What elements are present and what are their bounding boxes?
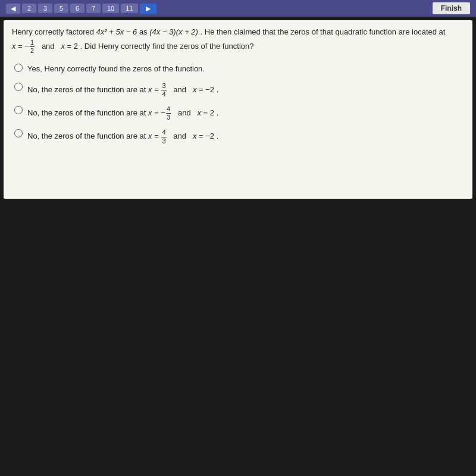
question-ending: . Did Henry correctly find the zeros of … bbox=[80, 42, 254, 51]
dark-bottom-area bbox=[0, 202, 476, 476]
option-a[interactable]: Yes, Henry correctly found the zeros of … bbox=[14, 63, 464, 75]
nav-btn-7[interactable]: 7 bbox=[86, 4, 101, 13]
radio-option-d[interactable] bbox=[14, 129, 23, 137]
options-list: Yes, Henry correctly found the zeros of … bbox=[12, 63, 464, 145]
question-area: Henry correctly factored 4x² + 5x − 6 as… bbox=[4, 20, 472, 199]
top-navigation-bar: ◀ 2 3 5 6 7 10 11 ▶ Finish bbox=[0, 0, 476, 17]
option-d[interactable]: No, the zeros of the function are at x =… bbox=[14, 129, 464, 145]
option-b[interactable]: No, the zeros of the function are at x =… bbox=[14, 82, 464, 98]
option-d-text: No, the zeros of the function are at x =… bbox=[27, 129, 218, 145]
nav-btn-10[interactable]: 10 bbox=[102, 4, 119, 13]
question-text: Henry correctly factored 4x² + 5x − 6 as… bbox=[12, 26, 464, 55]
question-as: as bbox=[139, 27, 149, 36]
question-intro: Henry correctly factored bbox=[12, 27, 96, 36]
question-factored: (4x − 3)(x + 2) bbox=[149, 27, 198, 36]
question-expression: 4x² + 5x − 6 bbox=[96, 27, 137, 36]
nav-forward-button[interactable]: ▶ bbox=[140, 4, 156, 14]
nav-btn-6[interactable]: 6 bbox=[70, 4, 84, 13]
question-continuation: . He then claimed that the zeros of that… bbox=[201, 27, 446, 36]
radio-option-b[interactable] bbox=[14, 83, 23, 91]
option-a-text: Yes, Henry correctly found the zeros of … bbox=[27, 63, 205, 75]
option-b-text: No, the zeros of the function are at x =… bbox=[27, 82, 218, 98]
option-c[interactable]: No, the zeros of the function are at x =… bbox=[14, 105, 464, 121]
radio-option-c[interactable] bbox=[14, 106, 23, 114]
radio-option-a[interactable] bbox=[14, 64, 23, 72]
nav-btn-3[interactable]: 3 bbox=[38, 4, 52, 13]
nav-btn-2[interactable]: 2 bbox=[22, 4, 36, 13]
nav-btn-11[interactable]: 11 bbox=[121, 4, 137, 13]
question-claimed-zeros: x = −12 and x = 2 bbox=[12, 42, 80, 51]
option-c-text: No, the zeros of the function are at x =… bbox=[27, 105, 218, 121]
finish-button[interactable]: Finish bbox=[433, 2, 470, 14]
nav-buttons-left: ◀ 2 3 5 6 7 10 11 ▶ bbox=[6, 4, 430, 14]
nav-back-button[interactable]: ◀ bbox=[6, 4, 20, 14]
nav-btn-5[interactable]: 5 bbox=[54, 4, 68, 13]
